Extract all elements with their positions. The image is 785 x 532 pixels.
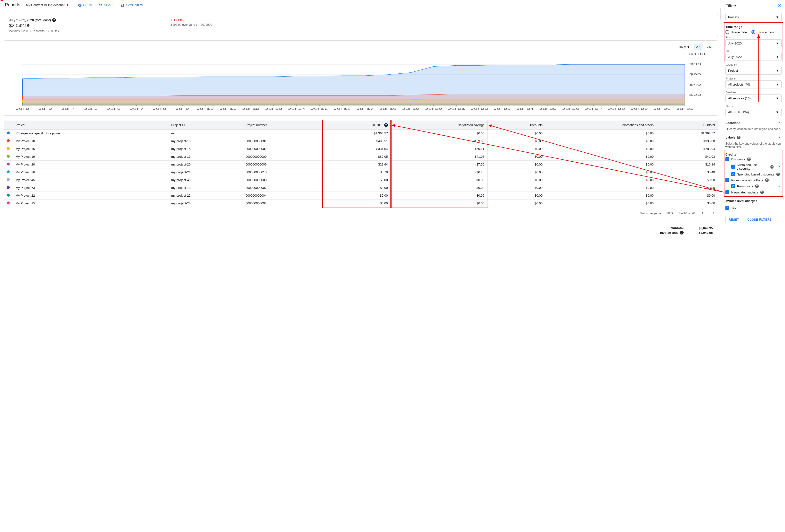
cell-list-cost: $0.00 bbox=[323, 200, 390, 207]
invoice-month-radio[interactable]: Invoice month bbox=[752, 30, 777, 34]
projects-select[interactable]: All projects (40) ▼ bbox=[726, 80, 782, 88]
svg-text:Jul 2: Jul 2 bbox=[16, 108, 29, 110]
table-row[interactable]: My Project 20my-project-20000000000006$2… bbox=[4, 161, 718, 168]
svg-text:$80: $80 bbox=[689, 63, 701, 65]
close-filters-icon[interactable]: ✕ bbox=[778, 3, 782, 9]
help-icon[interactable]: ? bbox=[52, 18, 56, 22]
table-row[interactable]: My Project 22my-project-22000000000004$0… bbox=[4, 192, 718, 200]
credits-title: Credits bbox=[726, 153, 782, 156]
scrollbar[interactable] bbox=[720, 8, 721, 20]
col-subtotal[interactable]: ↓ Subtotal bbox=[657, 121, 718, 130]
cell-discounts: $0.00 bbox=[487, 200, 546, 207]
table-row[interactable]: My Project 25my-project-25000000000003$0… bbox=[4, 200, 718, 207]
line-chart-button[interactable] bbox=[694, 44, 703, 50]
from-select[interactable]: July 2020 ▼ bbox=[726, 39, 782, 47]
chart-card: Daily ▼ $20$40$60$80$100Jul 2Jul 3Jul 4J… bbox=[4, 41, 718, 116]
share-button[interactable]: SHARE bbox=[99, 3, 115, 7]
pager-prev-button[interactable] bbox=[700, 210, 706, 217]
granularity-selector[interactable]: Daily ▼ bbox=[679, 45, 690, 49]
col-discounts[interactable]: Discounts bbox=[487, 121, 546, 130]
promotions-checkbox[interactable]: ✓ Promotions ? bbox=[726, 183, 782, 189]
checkbox-checked-icon: ✓ bbox=[731, 184, 735, 188]
svg-text:Jul 11: Jul 11 bbox=[219, 108, 237, 110]
table-row[interactable]: My Project 26my-project-26000000000010$0… bbox=[4, 168, 718, 176]
services-label: Services bbox=[726, 91, 782, 94]
tax-checkbox[interactable]: ✓ Tax bbox=[726, 205, 782, 211]
cell-project: My Project 73 bbox=[12, 184, 168, 192]
cell-subtotal: $0.00 bbox=[657, 184, 718, 192]
services-select[interactable]: All services (16) ▼ bbox=[726, 94, 782, 102]
table-row[interactable]: My Project 19my-project-19000000000009$8… bbox=[4, 153, 718, 161]
filters-title: Filters bbox=[726, 3, 737, 8]
cell-project: [Charges not specific to a project] bbox=[12, 130, 168, 137]
reset-button[interactable]: RESET bbox=[726, 216, 742, 223]
series-color-dot bbox=[7, 170, 10, 173]
cell-promotions: $0.00 bbox=[546, 161, 657, 168]
to-select[interactable]: July 2020 ▼ bbox=[726, 53, 782, 61]
checkbox-checked-icon: ✓ bbox=[731, 172, 735, 176]
help-icon[interactable]: ? bbox=[755, 184, 759, 188]
summary-delta: ↑ 17.08% bbox=[171, 18, 212, 22]
group-by-select[interactable]: Project ▼ bbox=[726, 66, 782, 75]
caret-down-icon: ▼ bbox=[776, 83, 779, 86]
cell-list-cost: $22.64 bbox=[323, 161, 390, 168]
help-icon[interactable]: ? bbox=[737, 136, 740, 139]
svg-text:Jul 14: Jul 14 bbox=[288, 108, 305, 110]
pager-next-button[interactable] bbox=[710, 210, 716, 217]
table-row[interactable]: My Project 73my-project-73000000000007$0… bbox=[4, 184, 718, 192]
help-icon[interactable]: ? bbox=[760, 190, 764, 194]
line-chart-icon bbox=[696, 45, 701, 49]
svg-text:Jul 25: Jul 25 bbox=[539, 108, 556, 110]
cell-project-number: 000000000006 bbox=[243, 161, 323, 168]
col-negotiated-savings[interactable]: Negotiated savings bbox=[391, 121, 487, 130]
help-icon[interactable]: ? bbox=[776, 172, 780, 176]
presets-select[interactable]: Presets ▼ bbox=[726, 13, 782, 21]
help-icon[interactable]: ? bbox=[680, 231, 684, 235]
col-promotions[interactable]: Promotions and others bbox=[546, 121, 657, 130]
cell-subtotal: $0.00 bbox=[657, 200, 718, 207]
bar-chart-button[interactable] bbox=[705, 44, 714, 50]
promotions-others-checkbox[interactable]: ✓ Promotions and others ? bbox=[726, 177, 782, 183]
cell-discounts: $0.00 bbox=[487, 145, 546, 153]
locations-expand[interactable]: Locations bbox=[726, 121, 782, 125]
help-icon[interactable]: ? bbox=[770, 165, 774, 169]
usage-date-radio[interactable]: Usage date bbox=[726, 30, 747, 34]
save-view-button[interactable]: SAVE VIEW bbox=[121, 3, 143, 7]
table-row[interactable]: [Charges not specific to a project]—$1,3… bbox=[4, 130, 718, 137]
negotiated-savings-checkbox[interactable]: ✓ Negotiated savings ? bbox=[726, 189, 782, 195]
account-selector[interactable]: My Contract Billing Account ▼ bbox=[26, 3, 69, 7]
rows-per-page-select[interactable]: 10 ▼ bbox=[666, 211, 674, 215]
help-icon[interactable]: ? bbox=[747, 158, 751, 161]
series-color-dot bbox=[7, 194, 10, 196]
help-icon[interactable]: ? bbox=[765, 178, 769, 182]
chevron-up-icon[interactable] bbox=[777, 184, 782, 188]
summary-amount: $2,042.95 bbox=[9, 23, 59, 28]
caret-down-icon: ▼ bbox=[66, 3, 69, 7]
print-button[interactable]: PRINT bbox=[78, 3, 93, 7]
svg-text:Jul 5: Jul 5 bbox=[84, 108, 98, 110]
invoice-level-charges-title: Invoice level charges bbox=[726, 199, 782, 203]
col-project[interactable]: Project bbox=[12, 121, 168, 130]
cell-negotiated-savings: $0.00 bbox=[391, 192, 487, 200]
col-project-id[interactable]: Project ID bbox=[168, 121, 243, 130]
chevron-up-icon[interactable] bbox=[778, 164, 782, 169]
table-row[interactable]: My Project 15my-project-15000000000002$3… bbox=[4, 145, 718, 153]
help-icon[interactable]: ? bbox=[384, 123, 388, 127]
skus-select[interactable]: All SKUs (194) ▼ bbox=[726, 108, 782, 116]
labels-expand[interactable]: Labels ? bbox=[726, 135, 782, 139]
caret-down-icon: ▼ bbox=[671, 211, 674, 215]
spending-based-checkbox[interactable]: ✓ Spending based discounts ? bbox=[726, 171, 782, 177]
series-color-dot bbox=[7, 147, 10, 150]
sustained-use-checkbox[interactable]: ✓ Sustained use discounts ? bbox=[726, 162, 782, 171]
close-filters-button[interactable]: CLOSE FILTERS bbox=[744, 216, 775, 223]
group-by-label: Group by bbox=[726, 63, 782, 66]
discounts-checkbox[interactable]: ✓ Discounts ? bbox=[726, 156, 782, 162]
cell-project-number: 000000000008 bbox=[243, 176, 323, 184]
col-project-number[interactable]: Project number bbox=[243, 121, 323, 130]
svg-text:$20: $20 bbox=[689, 94, 701, 96]
summary-delta-sub: $298.02 over June 1 – 30, 2020 bbox=[171, 23, 212, 26]
table-row[interactable]: My Project 10my-project-10000000000001$4… bbox=[4, 137, 718, 145]
col-list-cost[interactable]: List cost ? bbox=[323, 121, 390, 130]
table-row[interactable]: My Project 45my-project-45000000000008$0… bbox=[4, 176, 718, 184]
svg-text:Jul 13: Jul 13 bbox=[265, 108, 282, 110]
